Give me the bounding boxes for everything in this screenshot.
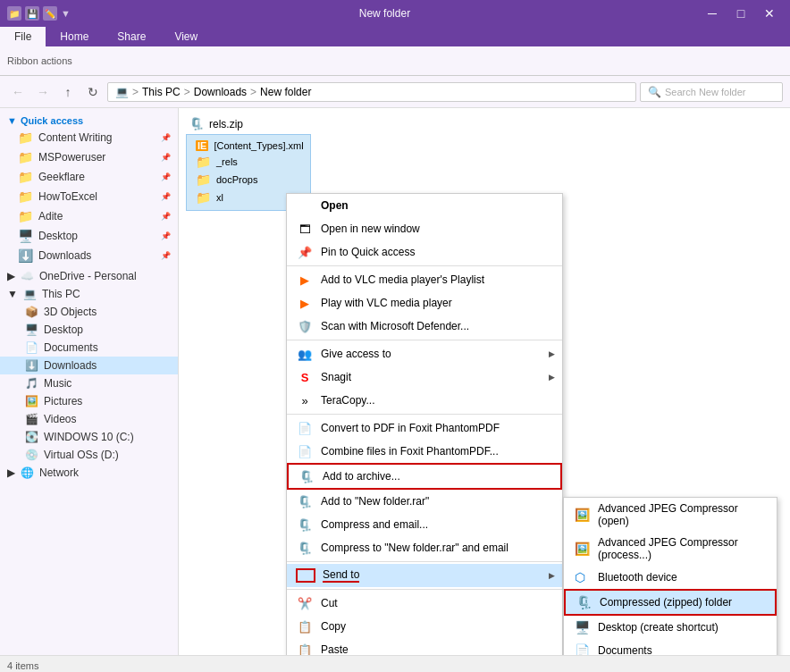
search-icon: 🔍 [648,86,661,98]
sidebar-item-windows[interactable]: 💽 WINDOWS 10 (C:) [0,428,178,446]
sidebar-item-network[interactable]: ▶ 🌐 Network [0,464,178,482]
maximize-button[interactable]: □ [727,4,754,22]
sidebar-item-onedrive[interactable]: ▶ ☁️ OneDrive - Personal [0,267,178,285]
sendto-jpeg-process[interactable]: 🖼️ Advanced JPEG Compressor (process...) [564,532,777,566]
sendto-compressed-label: Compressed (zipped) folder [600,596,732,609]
sidebar-item-documents[interactable]: 📄 Documents [0,339,178,357]
ctx-copy[interactable]: 📋 Copy [287,615,562,638]
music-icon: 🎵 [25,377,38,390]
ctx-defender-label: Scan with Microsoft Defender... [321,320,469,332]
sendto-desktop-shortcut[interactable]: 🖥️ Desktop (create shortcut) [564,616,777,639]
tab-view[interactable]: View [160,27,212,46]
onedrive-icon: ☁️ [21,270,34,282]
ctx-open-new-window[interactable]: 🗔 Open in new window [287,217,562,240]
file-name-xl: xl [216,192,223,203]
sendto-desktop-label: Desktop (create shortcut) [598,621,719,634]
path-downloads[interactable]: Downloads [194,86,247,98]
sidebar-item-music[interactable]: 🎵 Music [0,374,178,392]
sendto-bluetooth[interactable]: ⬡ Bluetooth device [564,566,777,589]
pin-icon-downloads: 📌 [161,251,171,260]
ctx-sendto[interactable]: Send to [287,564,562,587]
file-relszip[interactable]: 🗜️ rels.zip [186,115,311,132]
ctx-open[interactable]: Open [287,194,562,217]
ctx-copy-label: Copy [321,620,346,633]
file-docprops-folder[interactable]: 📁 docProps [194,171,303,189]
sidebar: ▼ Quick access 📁 Content Writing 📌 📁 MSP… [0,108,179,655]
sidebar-item-desktop-qa[interactable]: 🖥️ Desktop 📌 [0,226,178,246]
ctx-add-rar-label: Add to "New folder.rar" [321,495,429,508]
tab-home[interactable]: Home [46,27,103,46]
folder-icon-hte: 📁 [18,189,33,204]
sidebar-item-3dobjects[interactable]: 📦 3D Objects [0,303,178,321]
file-content-types-xml[interactable]: IE [Content_Types].xml [194,139,303,153]
path-thispc[interactable]: This PC [142,86,181,98]
sidebar-item-adite[interactable]: 📁 Adite 📌 [0,206,178,226]
ctx-paste[interactable]: 📋 Paste [287,638,562,655]
tab-file[interactable]: File [0,27,46,46]
ctx-give-access[interactable]: 👥 Give access to [287,342,562,365]
pin-icon-ms: 📌 [161,153,171,162]
ctx-add-rar[interactable]: 🗜️ Add to "New folder.rar" [287,490,562,513]
videos-icon: 🎬 [25,413,38,425]
ctx-cut[interactable]: ✂️ Cut [287,592,562,615]
search-box[interactable]: 🔍 Search New folder [640,82,783,102]
minimize-button[interactable]: ─ [699,4,726,22]
sidebar-label-virtual: Virtual OSs (D:) [44,449,119,461]
close-button[interactable]: ✕ [756,4,783,22]
ctx-pin-quickaccess[interactable]: 📌 Pin to Quick access [287,240,562,264]
desktop-icon-qa: 🖥️ [18,229,33,243]
sidebar-item-mspoweruser[interactable]: 📁 MSPoweruser 📌 [0,147,178,167]
ctx-vlc-play[interactable]: ▶ Play with VLC media player [287,291,562,315]
sidebar-item-pictures[interactable]: 🖼️ Pictures [0,392,178,410]
ctx-sep-5 [287,589,562,590]
ribbon: File Home Share View Ribbon actions [0,27,790,76]
ctx-compress-rar-email[interactable]: 🗜️ Compress to "New folder.rar" and emai… [287,536,562,559]
sidebar-item-videos[interactable]: 🎬 Videos [0,410,178,428]
up-button[interactable]: ↑ [57,81,79,103]
sendto-documents[interactable]: 📄 Documents [564,639,777,655]
sidebar-label-hte: HowToExcel [38,190,97,203]
sendto-compressed-folder[interactable]: 🗜️ Compressed (zipped) folder [564,589,777,616]
refresh-button[interactable]: ↻ [82,81,104,103]
ctx-sep-4 [287,561,562,562]
sendto-submenu: 🖼️ Advanced JPEG Compressor (open) 🖼️ Ad… [563,497,777,655]
dropdown-arrow[interactable]: ▼ [61,8,71,19]
ribbon-tabs: File Home Share View [0,27,790,46]
file-rels-folder[interactable]: 📁 _rels [194,153,303,171]
quick-access-header: ▼ Quick access [0,112,178,128]
path-newfolder[interactable]: New folder [260,86,311,98]
ctx-defender-icon: 🛡️ [296,319,314,333]
title-bar: 📁 💾 ✏️ ▼ New folder ─ □ ✕ [0,0,790,27]
quick-access-arrow: ▼ [7,115,17,126]
sidebar-item-content-writing[interactable]: 📁 Content Writing 📌 [0,128,178,147]
ctx-add-archive[interactable]: 🗜️ Add to archive... [287,463,562,490]
sendto-jpeg-open[interactable]: 🖼️ Advanced JPEG Compressor (open) [564,498,777,532]
forward-button[interactable]: → [32,81,54,103]
ctx-combine-pdf-label: Combine files in Foxit PhantomPDF... [321,445,499,458]
sidebar-item-downloads-qa[interactable]: ⬇️ Downloads 📌 [0,246,178,265]
undo-icon-sm: ✏️ [43,6,57,21]
ctx-snagit[interactable]: S Snagit [287,365,562,389]
ctx-open-label: Open [321,199,349,212]
sidebar-item-thispc[interactable]: ▼ 💻 This PC [0,285,178,303]
sidebar-item-downloads[interactable]: ⬇️ Downloads [0,357,178,374]
sidebar-item-geekflare[interactable]: 📁 Geekflare 📌 [0,167,178,187]
ctx-compress-email[interactable]: 🗜️ Compress and email... [287,513,562,536]
ctx-vlc-playlist[interactable]: ▶ Add to VLC media player's Playlist [287,268,562,291]
sidebar-item-virtual[interactable]: 💿 Virtual OSs (D:) [0,446,178,464]
ctx-pin-icon: 📌 [296,245,314,259]
ctx-combine-pdf[interactable]: 📄 Combine files in Foxit PhantomPDF... [287,440,562,463]
ctx-new-window-icon: 🗔 [296,222,314,236]
sidebar-item-howtoexcel[interactable]: 📁 HowToExcel 📌 [0,187,178,206]
tab-share[interactable]: Share [103,27,160,46]
ctx-defender[interactable]: 🛡️ Scan with Microsoft Defender... [287,315,562,338]
ctx-convert-pdf[interactable]: 📄 Convert to PDF in Foxit PhantomPDF [287,416,562,440]
ctx-sep-3 [287,414,562,415]
address-path[interactable]: 💻 > This PC > Downloads > New folder [107,82,636,102]
sidebar-item-desktop[interactable]: 🖥️ Desktop [0,321,178,339]
ribbon-placeholder: Ribbon actions [7,55,72,66]
ctx-teracopy[interactable]: » TeraCopy... [287,389,562,412]
jpeg-open-icon: 🖼️ [575,508,591,522]
ctx-cut-icon: ✂️ [296,596,314,610]
back-button[interactable]: ← [7,81,29,103]
